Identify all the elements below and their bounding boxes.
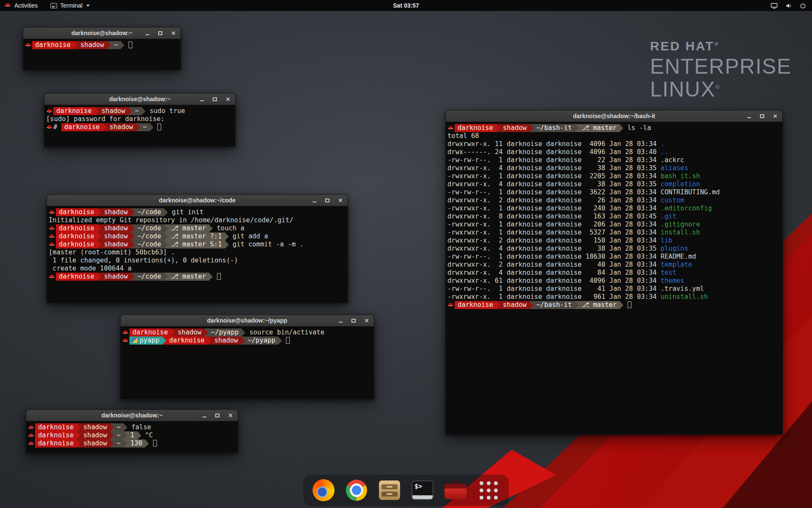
terminal-line: pyappdarknoiseshadow~/pyapp	[122, 337, 372, 345]
maximize-button[interactable]	[759, 113, 765, 119]
activities-button[interactable]: Activities	[4, 2, 38, 9]
maximize-button[interactable]	[324, 197, 331, 204]
terminal-line: Initialized empty Git repository in /hom…	[49, 216, 346, 224]
firefox-icon[interactable]	[312, 478, 335, 502]
close-button[interactable]: ✕	[337, 197, 344, 204]
terminal-text: .editorconfig	[661, 204, 712, 212]
terminal-line: darknoiseshadow~ false	[28, 423, 236, 431]
terminal-line: -rwxrwxr-x. 1 darknoise darknoise 5327 J…	[447, 229, 781, 237]
terminal-content[interactable]: darknoiseshadow~	[23, 39, 181, 70]
titlebar[interactable]: darknoise@shadow:~/pyapp ✕	[121, 315, 374, 326]
prompt-segment: ⎇ master	[168, 273, 209, 281]
clock[interactable]: Sat 03:57	[393, 2, 419, 9]
titlebar[interactable]: darknoise@shadow:~ ✕	[26, 410, 238, 421]
terminal-window-sudo: darknoise@shadow:~ ✕ darknoiseshadow~ su…	[44, 93, 236, 147]
maximize-button[interactable]	[350, 317, 357, 324]
volume-icon[interactable]	[785, 3, 792, 9]
prompt-segment: shadow	[101, 208, 131, 216]
maximize-button[interactable]	[211, 96, 218, 102]
minimize-button[interactable]	[201, 412, 208, 419]
powerline-arrow	[164, 224, 168, 232]
minimize-button[interactable]	[337, 317, 344, 324]
prompt-segment: shadow	[175, 329, 204, 337]
terminal-line: darknoiseshadow~/code git init	[49, 208, 346, 216]
powerline-arrow	[164, 208, 168, 216]
prompt-segment: darknoise	[56, 232, 97, 240]
minimize-button[interactable]	[311, 197, 318, 204]
titlebar[interactable]: darknoise@shadow:~/code ✕	[47, 195, 348, 206]
maximize-button[interactable]	[214, 412, 221, 419]
terminal-text	[623, 301, 627, 309]
prompt-segment: shadow	[99, 107, 128, 115]
close-button[interactable]: ✕	[225, 96, 231, 102]
terminal-text: -rwxrwxr-x. 1 darknoise darknoise 206 Ja…	[447, 221, 661, 228]
terminal-window-bashit: darknoise@shadow:~/bash-it ✕ darknoisesh…	[445, 110, 783, 435]
terminal-text: 1 file changed, 0 insertions(+), 0 delet…	[49, 257, 238, 264]
terminal-content[interactable]: darknoiseshadow~/pyapp source bin/activa…	[121, 326, 374, 399]
power-icon[interactable]	[800, 3, 806, 9]
terminal-line: [master (root-commit) 50bcb63] .	[49, 248, 346, 257]
app-grid-icon[interactable]	[477, 478, 500, 502]
terminal-text: -rwxrwxr-x. 1 darknoise darknoise 961 Ja…	[447, 293, 661, 301]
prompt-segment: ⎇ master	[168, 224, 209, 232]
maximize-button[interactable]	[157, 30, 164, 36]
redhat-prompt-icon	[49, 273, 56, 281]
powerline-arrow	[620, 124, 623, 132]
powerline-arrow	[575, 124, 579, 132]
titlebar[interactable]: darknoise@shadow:~ ✕	[23, 28, 181, 39]
close-button[interactable]: ✕	[772, 113, 779, 119]
files-icon[interactable]	[378, 478, 401, 502]
close-button[interactable]: ✕	[363, 317, 370, 324]
prompt-segment: ~	[114, 431, 123, 439]
terminal-window-pyapp: darknoise@shadow:~/pyapp ✕ darknoiseshad…	[120, 315, 374, 399]
terminal-icon[interactable]: $>	[411, 478, 434, 502]
minimize-button[interactable]	[746, 113, 752, 119]
terminal-text: total 68	[447, 132, 479, 140]
powerline-arrow	[97, 208, 101, 216]
powerline-arrow	[110, 431, 114, 439]
chrome-icon[interactable]	[345, 478, 368, 502]
prompt-segment: ~/code	[134, 273, 164, 281]
prompt-segment: ⎇ master S:1	[168, 240, 225, 248]
prompt-segment: shadow	[80, 431, 110, 439]
terminal-line: drwxrwxr-x. 2 darknoise darknoise 40 Jan…	[447, 261, 781, 269]
powerline-arrow	[150, 123, 154, 131]
prompt-segment: shadow	[101, 232, 131, 240]
desktop: RED HAT® ENTERPRISE LINUX® darknoise@sha…	[0, 0, 812, 508]
terminal-app-icon	[50, 3, 57, 8]
terminal-text: sudo true	[145, 107, 185, 115]
close-button[interactable]: ✕	[227, 412, 234, 419]
app-menu[interactable]: Terminal	[50, 2, 90, 9]
terminal-text: ^C	[141, 431, 153, 439]
terminal-content[interactable]: darknoiseshadow~/bash-it⎇ master ls -lat…	[446, 122, 782, 434]
terminal-content[interactable]: darknoiseshadow~ sudo true[sudo] passwor…	[44, 105, 235, 146]
terminal-window-code: darknoise@shadow:~/code ✕ darknoiseshado…	[47, 194, 348, 303]
terminal-text: plugins	[661, 245, 688, 252]
prompt-segment: ~/code	[134, 224, 164, 232]
titlebar[interactable]: darknoise@shadow:~ ✕	[44, 94, 235, 105]
powerline-arrow	[95, 107, 99, 115]
toolbox-icon[interactable]	[444, 478, 467, 502]
titlebar[interactable]: darknoise@shadow:~/bash-it ✕	[446, 110, 782, 122]
powerline-arrow	[123, 439, 127, 447]
terminal-line: -rw-rw-r--. 1 darknoise darknoise 22 Jan…	[447, 156, 781, 164]
close-button[interactable]: ✕	[170, 30, 177, 36]
terminal-content[interactable]: darknoiseshadow~/code git initInitialize…	[47, 206, 348, 303]
prompt-segment: shadow	[80, 423, 110, 431]
minimize-button[interactable]	[198, 96, 205, 102]
powerline-arrow	[496, 301, 500, 309]
python-icon	[132, 338, 137, 343]
powerline-arrow	[77, 423, 80, 431]
powerline-arrow	[128, 107, 132, 115]
window-title: darknoise@shadow:~/code	[159, 197, 236, 204]
prompt-segment: shadow	[101, 273, 131, 281]
redhat-prompt-icon	[28, 423, 35, 431]
terminal-line: -rw-rw-r--. 1 darknoise darknoise 3622 J…	[447, 188, 781, 196]
minimize-button[interactable]	[144, 30, 151, 36]
powerline-arrow	[575, 301, 579, 309]
display-icon[interactable]	[771, 3, 778, 9]
terminal-text: false	[127, 423, 151, 431]
terminal-cursor	[628, 301, 631, 308]
chevron-down-icon	[86, 5, 90, 7]
terminal-content[interactable]: darknoiseshadow~ falsedarknoiseshadow~1 …	[26, 421, 238, 453]
